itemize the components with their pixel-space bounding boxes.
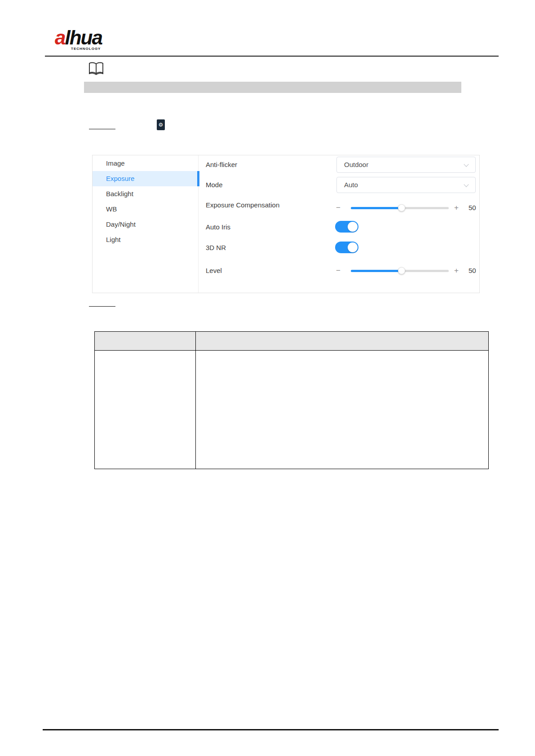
slider-fill: [351, 207, 402, 209]
header-divider: [45, 56, 499, 57]
exposure-compensation-slider: − + 50: [335, 203, 480, 212]
table-cell: [95, 351, 196, 469]
step1-link[interactable]: [89, 122, 115, 129]
mode-select[interactable]: Auto: [336, 177, 476, 193]
note-book-icon: [88, 62, 104, 77]
sidebar-item-label: Image: [106, 159, 125, 167]
sidebar-item-wb[interactable]: WB: [93, 202, 198, 217]
slider-thumb[interactable]: [398, 204, 405, 211]
camera-image-settings-panel: Image Exposure Backlight WB Day/Night Li…: [92, 155, 480, 293]
logo-black-letters: lhua: [65, 26, 102, 48]
plus-icon[interactable]: +: [454, 266, 459, 275]
table-row: [95, 351, 489, 469]
document-page: alhua TECHNOLOGY ⚙ Image Exposure Backli…: [0, 0, 535, 756]
note-highlight-bar: [84, 82, 461, 93]
selected-indicator-bar: [197, 171, 199, 186]
sidebar-item-label: Light: [106, 236, 121, 243]
sidebar-item-day-night[interactable]: Day/Night: [93, 217, 198, 232]
logo-red-letter: a: [55, 26, 65, 48]
toggle-knob: [348, 242, 358, 252]
auto-iris-label: Auto Iris: [206, 223, 230, 232]
parameter-description-table: [94, 331, 489, 469]
level-value: 50: [469, 266, 476, 275]
minus-icon[interactable]: −: [336, 266, 340, 275]
chevron-down-icon: [464, 162, 469, 167]
dahua-logo: alhua TECHNOLOGY: [55, 28, 154, 51]
sidebar-item-light[interactable]: Light: [93, 232, 198, 247]
step2-link[interactable]: [89, 299, 115, 307]
sidebar-item-exposure[interactable]: Exposure: [93, 171, 198, 186]
mode-label: Mode: [206, 180, 223, 189]
anti-flicker-selected-value: Outdoor: [344, 161, 368, 168]
mode-selected-value: Auto: [344, 181, 358, 189]
toggle-knob: [348, 222, 358, 232]
sidebar-item-label: Exposure: [106, 175, 134, 182]
plus-icon[interactable]: +: [454, 203, 459, 212]
anti-flicker-label: Anti-flicker: [206, 160, 237, 169]
sidebar-item-label: WB: [106, 205, 117, 213]
table-header-row: [95, 332, 489, 351]
dahua-logo-subtitle: TECHNOLOGY: [71, 47, 154, 51]
table-header-cell: [196, 332, 489, 351]
exposure-compensation-value: 50: [469, 203, 476, 212]
slider-track[interactable]: [351, 207, 449, 209]
sidebar-item-backlight[interactable]: Backlight: [93, 186, 198, 202]
level-label: Level: [206, 266, 222, 275]
auto-iris-toggle[interactable]: [335, 221, 358, 233]
footer-divider: [43, 729, 499, 730]
slider-track[interactable]: [351, 270, 449, 272]
exposure-compensation-label: Exposure Compensation: [206, 201, 279, 210]
3d-nr-label: 3D NR: [206, 243, 226, 252]
table-header-cell: [95, 332, 196, 351]
sidebar-item-label: Backlight: [106, 190, 133, 198]
settings-gear-icon[interactable]: ⚙: [157, 119, 165, 130]
sidebar-item-label: Day/Night: [106, 220, 136, 228]
minus-icon[interactable]: −: [336, 203, 340, 212]
3d-nr-toggle[interactable]: [335, 242, 358, 253]
slider-fill: [351, 270, 402, 272]
dahua-logo-wordmark: alhua: [55, 28, 154, 48]
slider-thumb[interactable]: [398, 267, 405, 274]
anti-flicker-select[interactable]: Outdoor: [336, 157, 476, 173]
level-slider: − + 50: [335, 266, 480, 275]
chevron-down-icon: [464, 182, 469, 187]
sidebar-item-image[interactable]: Image: [93, 156, 198, 171]
table-cell: [196, 351, 489, 469]
